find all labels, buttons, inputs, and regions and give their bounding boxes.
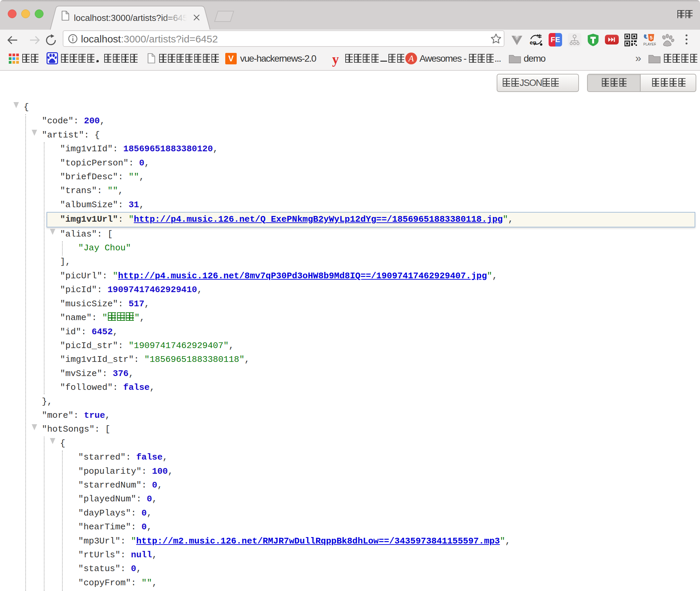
svg-text:en: en: [530, 39, 536, 46]
svg-text:5: 5: [650, 35, 652, 40]
svg-text:PLAYER: PLAYER: [643, 42, 656, 46]
